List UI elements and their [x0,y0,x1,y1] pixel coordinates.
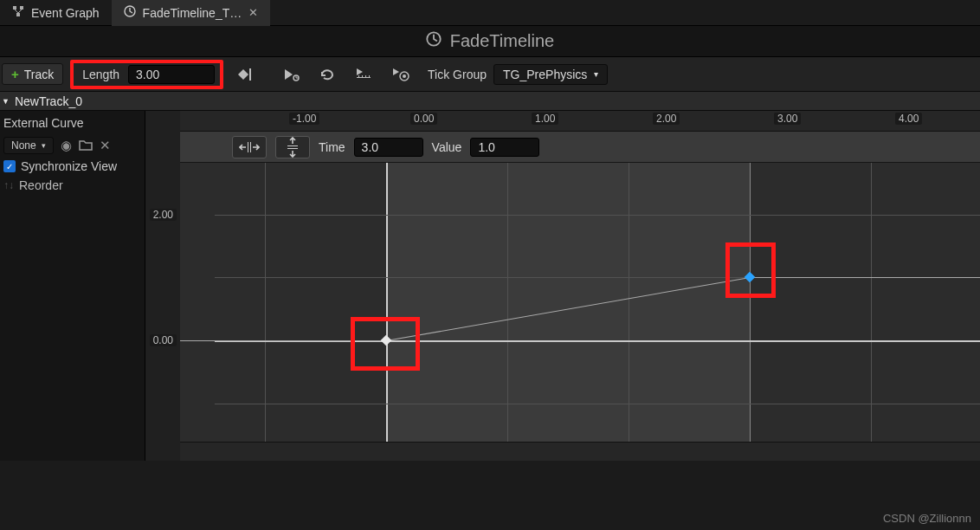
time-tick: -1.00 [289,113,319,125]
y-tick: 0.00 [150,334,177,346]
highlight-box [351,317,420,371]
svg-rect-15 [287,145,298,146]
svg-rect-10 [365,75,366,78]
tick-group-label: Tick Group [428,68,487,81]
time-tick: 0.00 [410,113,437,125]
fit-horizontal-button[interactable] [232,136,267,158]
plus-icon: + [11,67,19,81]
length-input[interactable] [128,65,215,84]
curve-plot[interactable]: 2.00 0.00 [145,163,980,461]
loop-button[interactable] [313,63,343,86]
checkbox-icon: ✓ [3,160,16,172]
svg-rect-13 [248,142,248,152]
curve-editor[interactable]: -1.00 0.00 1.00 2.00 3.00 4.00 Time Valu… [145,111,980,461]
fit-vertical-button[interactable] [275,136,310,158]
time-input[interactable] [354,138,423,157]
reorder-label: Reorder [19,178,63,192]
tab-timeline[interactable]: FadeTimeline_T… ✕ [112,0,271,26]
reorder-control[interactable]: ↑↓ Reorder [3,178,141,192]
tab-label: Event Graph [31,6,100,20]
plot-grid [180,163,980,461]
time-tick: 4.00 [895,113,922,125]
page-title: FadeTimeline [450,31,554,51]
last-keyframe-button[interactable] [230,63,260,86]
svg-rect-2 [16,13,20,16]
track-sidebar: External Curve None ▾ ◉ ✕ ✓ Synchronize … [0,111,145,461]
svg-rect-5 [249,68,251,81]
tab-event-graph[interactable]: Event Graph [0,0,112,26]
svg-rect-0 [13,6,16,10]
tab-label: FadeTimeline_T… [143,6,242,20]
chevron-down-icon: ▾ [42,141,46,150]
graph-icon [12,5,24,20]
replicated-button[interactable] [350,63,379,86]
length-label: Length [82,68,119,81]
time-tick: 3.00 [774,113,801,125]
use-icon[interactable]: ◉ [61,138,72,153]
add-track-button[interactable]: + Track [2,63,63,85]
clock-icon [426,31,442,51]
tab-bar: Event Graph FadeTimeline_T… ✕ [0,0,980,26]
value-input[interactable] [470,138,539,157]
track-name: NewTrack_0 [15,94,82,108]
browse-icon[interactable] [79,139,93,153]
external-curve-label: External Curve [3,114,141,132]
track-header[interactable]: ▼ NewTrack_0 [0,92,980,111]
length-group: Length [70,60,223,89]
close-icon[interactable]: ✕ [100,138,111,153]
tick-group-value: TG_PrePhysics [503,68,587,81]
tick-group-dropdown[interactable]: TG_PrePhysics ▾ [493,64,608,85]
plot-footer-strip [180,442,980,461]
curve-extension [750,277,980,278]
watermark: CSDN @Zillionnn [883,512,971,525]
y-axis: 2.00 0.00 [145,163,180,461]
dropdown-value: None [11,139,36,152]
main-area: External Curve None ▾ ◉ ✕ ✓ Synchronize … [0,111,980,461]
ignore-time-dilation-button[interactable] [386,63,416,86]
highlight-box [725,242,776,298]
chevron-down-icon: ▾ [594,69,598,79]
sync-label: Synchronize View [21,159,117,173]
svg-rect-8 [358,75,359,78]
svg-rect-1 [20,6,23,10]
external-curve-dropdown[interactable]: None ▾ [3,137,54,154]
synchronize-view-checkbox[interactable]: ✓ Synchronize View [3,159,141,173]
time-tick: 1.00 [532,113,558,125]
close-icon[interactable]: ✕ [248,6,258,19]
reorder-arrows-icon: ↑↓ [3,179,14,191]
svg-rect-16 [287,148,298,149]
y-tick: 2.00 [150,209,177,221]
time-tick: 2.00 [653,113,680,125]
svg-rect-9 [362,75,363,78]
autoplay-button[interactable] [277,63,306,86]
collapse-icon[interactable]: ▼ [2,97,10,106]
time-label: Time [319,140,345,154]
track-label: Track [24,68,54,81]
svg-rect-14 [250,142,251,152]
svg-rect-11 [369,75,370,78]
toolbar: + Track Length Tick Group TG_PrePhysics … [0,57,980,92]
value-label: Value [432,140,462,154]
title-bar: FadeTimeline [0,26,980,57]
clock-icon [124,5,136,20]
time-ruler[interactable]: -1.00 0.00 1.00 2.00 3.00 4.00 [180,111,980,132]
curve-toolbar: Time Value [180,132,980,163]
